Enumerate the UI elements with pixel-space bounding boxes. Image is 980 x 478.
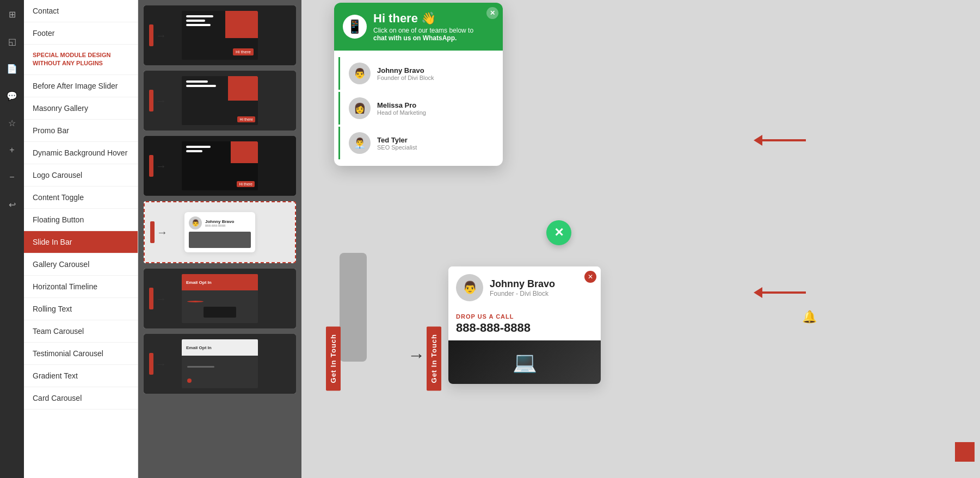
- preview-panel: → Hi there →: [138, 0, 301, 478]
- whatsapp-title: Hi there: [373, 11, 418, 26]
- layers-icon[interactable]: ◱: [3, 33, 21, 50]
- icon-sidebar: ⊞ ◱ 📄 💬 ☆ + − ↩: [0, 0, 24, 478]
- whatsapp-icon: 📱: [343, 15, 367, 39]
- ted-avatar: 👨‍💼: [349, 132, 371, 154]
- floating-card-avatar: 👨: [456, 274, 483, 301]
- main-area: 📱 Hi there 👋 Click on one of our teams b…: [301, 0, 980, 478]
- red-arrow-2: [754, 287, 806, 298]
- mobile-preview: [340, 253, 367, 362]
- preview-card-6[interactable]: → Email Opt In: [144, 334, 296, 394]
- contact-item-melissa[interactable]: 👩 Melissa Pro Head of Marketing: [338, 92, 498, 125]
- nav-item-dynamic-bg[interactable]: Dynamic Background Hover: [24, 142, 138, 164]
- ted-role: SEO Specialist: [377, 144, 417, 151]
- file-icon[interactable]: 📄: [3, 60, 21, 77]
- floating-card-popup: 👨 Johnny Bravo Founder - Divi Block ✕ DR…: [448, 266, 601, 384]
- green-x-button[interactable]: ✕: [546, 220, 571, 245]
- drop-us-call-label: DROP US A CALL: [448, 309, 601, 321]
- bell-icon: 🔔: [802, 310, 817, 324]
- undo-icon[interactable]: ↩: [3, 196, 21, 213]
- melissa-name: Melissa Pro: [377, 101, 426, 109]
- johnny-avatar: 👨: [349, 63, 371, 84]
- grid-icon[interactable]: ⊞: [3, 5, 21, 23]
- johnny-role: Founder of Divi Block: [377, 75, 434, 81]
- whatsapp-subtitle: Click on one of our teams below to chat …: [373, 27, 473, 42]
- laptop-icon: 💻: [513, 351, 537, 374]
- nav-item-gradient-text[interactable]: Gradient Text: [24, 365, 138, 387]
- ted-name: Ted Tyler: [377, 136, 417, 144]
- preview-card-2[interactable]: → Hi there: [144, 71, 296, 131]
- minus-icon[interactable]: −: [3, 169, 21, 186]
- nav-item-logo-carousel[interactable]: Logo Carousel: [24, 164, 138, 187]
- whatsapp-header: 📱 Hi there 👋 Click on one of our teams b…: [334, 3, 503, 51]
- nav-item-promo-bar[interactable]: Promo Bar: [24, 120, 138, 142]
- red-arrow-1: [754, 135, 806, 146]
- nav-item-contact[interactable]: Contact: [24, 0, 138, 22]
- get-in-touch-bar-left[interactable]: Get In Touch: [326, 326, 341, 390]
- whatsapp-close-button[interactable]: ✕: [486, 7, 498, 19]
- preview-card-5[interactable]: → Email Opt In: [144, 269, 296, 328]
- nav-item-team-carousel[interactable]: Team Carousel: [24, 320, 138, 343]
- nav-item-slide-in-bar[interactable]: Slide In Bar: [24, 231, 138, 253]
- nav-item-floating-button[interactable]: Floating Button: [24, 209, 138, 231]
- floating-card-close-button[interactable]: ✕: [584, 271, 596, 283]
- contact-item-ted[interactable]: 👨‍💼 Ted Tyler SEO Specialist: [338, 127, 498, 159]
- melissa-role: Head of Marketing: [377, 109, 426, 116]
- floating-card-header: 👨 Johnny Bravo Founder - Divi Block ✕: [448, 266, 601, 309]
- nav-item-content-toggle[interactable]: Content Toggle: [24, 187, 138, 209]
- star-icon[interactable]: ☆: [3, 114, 21, 132]
- preview-card-1[interactable]: → Hi there: [144, 5, 296, 65]
- red-square-corner: [955, 442, 975, 462]
- melissa-avatar: 👩: [349, 97, 371, 119]
- whatsapp-popup: 📱 Hi there 👋 Click on one of our teams b…: [334, 3, 503, 166]
- floating-card-body: DROP US A CALL 888-888-8888 💻: [448, 309, 601, 384]
- johnny-name: Johnny Bravo: [377, 66, 434, 75]
- special-module-label: SPECIAL MODULE DESIGN WITHOUT ANY PLUGIN…: [24, 45, 138, 75]
- nav-item-card-carousel[interactable]: Card Carousel: [24, 387, 138, 409]
- nav-item-testimonial-carousel[interactable]: Testimonial Carousel: [24, 343, 138, 365]
- message-icon[interactable]: 💬: [3, 87, 21, 104]
- phone-number: 888-888-8888: [448, 321, 601, 340]
- floating-card-role: Founder - Divi Block: [490, 290, 555, 297]
- nav-item-masonry[interactable]: Masonry Gallery: [24, 97, 138, 120]
- nav-item-horizontal-timeline[interactable]: Horizontal Timeline: [24, 276, 138, 298]
- nav-item-before-after[interactable]: Before After Image Slider: [24, 75, 138, 97]
- whatsapp-wave-icon: 👋: [421, 11, 436, 26]
- nav-item-footer[interactable]: Footer: [24, 22, 138, 45]
- nav-sidebar: Contact Footer SPECIAL MODULE DESIGN WIT…: [24, 0, 138, 478]
- black-arrow-indicator: →: [408, 345, 425, 365]
- get-in-touch-bar-right[interactable]: Get In Touch: [427, 326, 441, 390]
- preview-card-3[interactable]: → Hi there: [144, 136, 296, 196]
- preview-card-4[interactable]: → 👨 Johnny Bravo 888-888-8888: [144, 201, 296, 263]
- nav-item-rolling-text[interactable]: Rolling Text: [24, 298, 138, 320]
- floating-card-image: 💻: [448, 340, 601, 384]
- contact-list: 👨 Johnny Bravo Founder of Divi Block 👩 M…: [334, 51, 503, 166]
- nav-item-gallery-carousel[interactable]: Gallery Carousel: [24, 253, 138, 276]
- floating-card-name: Johnny Bravo: [490, 278, 555, 290]
- plus-icon[interactable]: +: [3, 141, 21, 159]
- contact-item-johnny[interactable]: 👨 Johnny Bravo Founder of Divi Block: [338, 57, 498, 90]
